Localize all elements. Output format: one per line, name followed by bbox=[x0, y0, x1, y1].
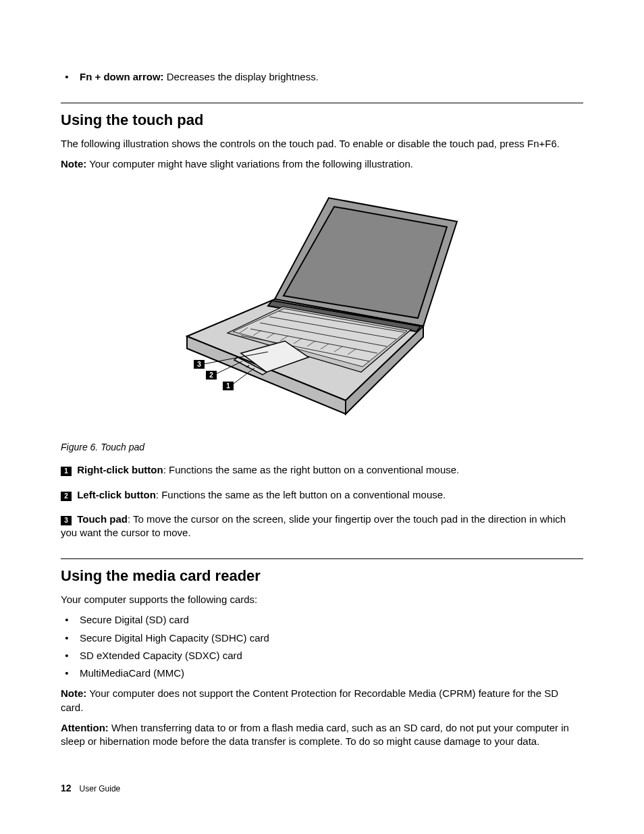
legend-item-2: 2 Left-click button: Functions the same … bbox=[61, 488, 583, 502]
legend-item-3: 3 Touch pad: To move the cursor on the s… bbox=[61, 513, 583, 540]
section-title-media-card: Using the media card reader bbox=[61, 566, 583, 586]
bullet-icon: • bbox=[61, 631, 73, 645]
card-type-4: MultiMediaCard (MMC) bbox=[80, 667, 184, 680]
legend-2-label: Left-click button bbox=[74, 489, 156, 500]
note-body: Your computer does not support the Conte… bbox=[61, 687, 558, 712]
legend-1-desc: : Functions the same as the right button… bbox=[163, 464, 460, 475]
list-item: • SD eXtended Capacity (SDXC) card bbox=[61, 649, 583, 662]
touch-pad-note: Note: Your computer might have slight va… bbox=[61, 157, 583, 171]
media-card-note: Note: Your computer does not support the… bbox=[61, 687, 583, 714]
figure-touch-pad: 1 2 3 bbox=[61, 184, 583, 427]
list-item: • MultiMediaCard (MMC) bbox=[61, 667, 583, 680]
list-item: • Secure Digital High Capacity (SDHC) ca… bbox=[61, 631, 583, 645]
note-body: Your computer might have slight variatio… bbox=[86, 158, 413, 170]
laptop-illustration: 1 2 3 bbox=[167, 184, 477, 427]
attention-body: When transferring data to or from a flas… bbox=[61, 722, 569, 747]
fn-down-arrow-text: Fn + down arrow: Decreases the display b… bbox=[80, 70, 319, 84]
fn-down-arrow-desc: Decreases the display brightness. bbox=[164, 71, 319, 82]
book-title: User Guide bbox=[80, 784, 121, 793]
card-type-2: Secure Digital High Capacity (SDHC) card bbox=[80, 631, 269, 645]
list-item: • Secure Digital (SD) card bbox=[61, 613, 583, 627]
figure-caption: Figure 6. Touch pad bbox=[61, 441, 583, 454]
card-type-3: SD eXtended Capacity (SDXC) card bbox=[80, 649, 242, 662]
legend-item-1: 1 Right-click button: Functions the same… bbox=[61, 463, 583, 477]
callout-1-num: 1 bbox=[226, 382, 230, 390]
callout-2-num: 2 bbox=[209, 371, 213, 379]
page: • Fn + down arrow: Decreases the display… bbox=[0, 0, 644, 834]
section-title-touch-pad: Using the touch pad bbox=[61, 110, 583, 130]
media-card-attention: Attention: When transferring data to or … bbox=[61, 721, 583, 749]
bullet-icon: • bbox=[61, 667, 73, 680]
legend-3-desc: : To move the cursor on the screen, slid… bbox=[61, 513, 566, 538]
note-label: Note: bbox=[61, 687, 86, 699]
section-divider bbox=[61, 103, 583, 103]
legend-3-label: Touch pad bbox=[74, 513, 128, 525]
page-footer: 12User Guide bbox=[61, 782, 120, 795]
legend-3-num: 3 bbox=[61, 516, 72, 525]
fn-down-arrow-label: Fn + down arrow: bbox=[80, 71, 164, 82]
page-number: 12 bbox=[61, 783, 72, 793]
bullet-icon: • bbox=[61, 649, 73, 662]
bullet-icon: • bbox=[61, 70, 73, 84]
legend-2-num: 2 bbox=[61, 492, 72, 501]
fn-down-arrow-item: • Fn + down arrow: Decreases the display… bbox=[61, 70, 583, 84]
card-type-1: Secure Digital (SD) card bbox=[80, 613, 189, 627]
attention-label: Attention: bbox=[61, 722, 109, 733]
touch-pad-intro: The following illustration shows the con… bbox=[61, 137, 583, 151]
section-divider bbox=[61, 558, 583, 559]
media-card-intro: Your computer supports the following car… bbox=[61, 593, 583, 606]
legend-1-num: 1 bbox=[61, 467, 72, 476]
bullet-icon: • bbox=[61, 613, 73, 627]
legend-2-desc: : Functions the same as the left button … bbox=[156, 489, 446, 500]
note-label: Note: bbox=[61, 158, 86, 170]
legend-1-label: Right-click button bbox=[74, 464, 163, 475]
callout-3-num: 3 bbox=[197, 361, 201, 368]
